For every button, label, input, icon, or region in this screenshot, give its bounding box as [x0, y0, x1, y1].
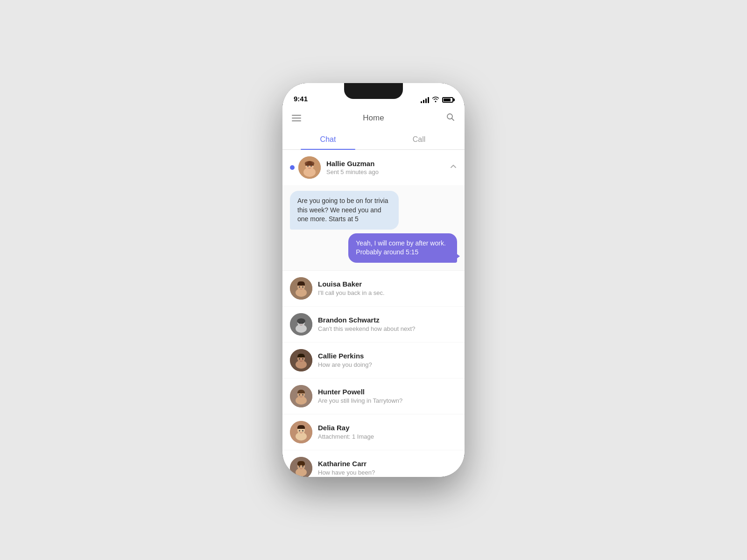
svg-point-10	[299, 286, 300, 287]
tabs: Chat Call	[282, 130, 465, 150]
svg-line-1	[451, 118, 454, 120]
chevron-up-icon[interactable]	[450, 163, 457, 172]
svg-point-26	[296, 396, 307, 405]
status-icons	[421, 96, 453, 104]
chat-message-katharine: How have you been?	[318, 469, 457, 476]
chat-list-info-callie: Callie Perkins How are you doing?	[318, 352, 457, 368]
chat-name-callie: Callie Perkins	[318, 352, 457, 360]
content-area: Hallie Guzman Sent 5 minutes ago Are you…	[282, 150, 465, 477]
svg-point-4	[303, 168, 316, 177]
svg-point-23	[302, 358, 303, 359]
avatar-callie	[290, 349, 312, 371]
unread-dot	[290, 165, 295, 170]
message-sent-wrapper: Yeah, I will come by after work. Probabl…	[290, 233, 457, 263]
svg-point-31	[296, 432, 307, 441]
chat-list-item-callie[interactable]: Callie Perkins How are you doing?	[282, 343, 465, 378]
menu-icon[interactable]	[292, 115, 301, 121]
search-icon[interactable]	[446, 112, 455, 124]
chat-list-info-katharine: Katharine Carr How have you been?	[318, 460, 457, 476]
expanded-chat-name: Hallie Guzman	[326, 160, 450, 168]
avatar-katharine	[290, 457, 312, 477]
svg-point-6	[310, 166, 312, 167]
svg-point-27	[299, 394, 300, 395]
chat-name-delia: Delia Ray	[318, 424, 457, 432]
notch	[344, 83, 403, 99]
phone-frame: 9:41	[282, 83, 465, 477]
chat-message-louisa: I'll call you back in a sec.	[318, 289, 457, 296]
avatar-hallie	[298, 156, 321, 179]
svg-point-14	[296, 324, 307, 333]
nav-title: Home	[363, 113, 384, 123]
svg-rect-18	[299, 322, 303, 323]
svg-point-32	[299, 430, 300, 431]
wifi-icon	[432, 96, 439, 104]
svg-point-22	[299, 358, 300, 359]
svg-point-38	[302, 466, 303, 467]
expanded-chat-hallie: Hallie Guzman Sent 5 minutes ago Are you…	[282, 150, 465, 271]
chat-list-item-hunter[interactable]: Hunter Powell Are you still living in Ta…	[282, 378, 465, 414]
expanded-chat-header[interactable]: Hallie Guzman Sent 5 minutes ago	[282, 150, 465, 185]
chat-name-hunter: Hunter Powell	[318, 388, 457, 396]
svg-point-36	[296, 468, 307, 476]
signal-icon	[421, 97, 429, 103]
chat-name-katharine: Katharine Carr	[318, 460, 457, 468]
expanded-chat-info: Hallie Guzman Sent 5 minutes ago	[326, 160, 450, 175]
chat-message-callie: How are you doing?	[318, 361, 457, 368]
battery-icon	[442, 97, 453, 103]
chat-list-item-louisa[interactable]: Louisa Baker I'll call you back in a sec…	[282, 271, 465, 307]
chat-name-brandon: Brandon Schwartz	[318, 316, 457, 324]
chat-list-info-louisa: Louisa Baker I'll call you back in a sec…	[318, 280, 457, 296]
svg-point-37	[299, 466, 300, 467]
avatar-louisa	[290, 277, 312, 300]
chat-list-info-delia: Delia Ray Attachment: 1 Image	[318, 424, 457, 440]
chat-list-item-brandon[interactable]: Brandon Schwartz Can't this weekend how …	[282, 307, 465, 343]
status-time: 9:41	[294, 95, 308, 104]
chat-message-brandon: Can't this weekend how about next?	[318, 325, 457, 332]
message-received-1: Are you going to be on for trivia this w…	[290, 191, 399, 230]
svg-point-5	[307, 166, 309, 167]
phone-screen: 9:41	[282, 83, 465, 477]
avatar-delia	[290, 421, 312, 443]
svg-point-33	[302, 430, 303, 431]
svg-point-11	[302, 286, 303, 287]
avatar-hunter	[290, 385, 312, 407]
tab-chat[interactable]: Chat	[282, 130, 374, 149]
chat-list-item-katharine[interactable]: Katharine Carr How have you been?	[282, 450, 465, 477]
svg-point-28	[302, 394, 303, 395]
chat-list-info-brandon: Brandon Schwartz Can't this weekend how …	[318, 316, 457, 332]
svg-point-9	[296, 288, 307, 297]
chat-name-louisa: Louisa Baker	[318, 280, 457, 288]
chat-list-item-delia[interactable]: Delia Ray Attachment: 1 Image	[282, 414, 465, 450]
messages-area: Are you going to be on for trivia this w…	[282, 185, 465, 270]
svg-point-15	[297, 318, 305, 324]
chat-list-info-hunter: Hunter Powell Are you still living in Ta…	[318, 388, 457, 404]
chat-message-hunter: Are you still living in Tarrytown?	[318, 397, 457, 404]
nav-bar: Home	[282, 106, 465, 130]
tab-call[interactable]: Call	[374, 130, 465, 149]
expanded-chat-subtitle: Sent 5 minutes ago	[326, 168, 450, 175]
message-sent-1: Yeah, I will come by after work. Probabl…	[348, 233, 457, 263]
chat-message-delia: Attachment: 1 Image	[318, 433, 457, 440]
avatar-brandon	[290, 313, 312, 336]
